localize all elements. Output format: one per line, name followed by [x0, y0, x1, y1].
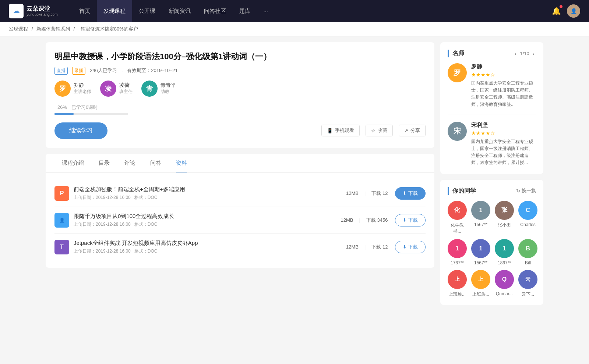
- collect-button[interactable]: ☆ 收藏: [366, 125, 393, 136]
- file-item-0: P 前端全栈加强版！前端全栈+全周期+多端应用 上传日期：2019-12-28 …: [54, 180, 426, 207]
- sidebar-teacher-0-desc: 国内某重点大学安全工程专业硕士，国家一级注册消防工程师、注册安全工程师、高级注册…: [471, 80, 536, 108]
- teacher-1-role: 班主任: [119, 89, 133, 95]
- student-5-avatar[interactable]: 1: [471, 239, 490, 258]
- student-7-avatar[interactable]: B: [518, 239, 537, 258]
- sidebar-teacher-1-stars: ★★★★☆: [471, 130, 536, 136]
- tab-qa[interactable]: 问答: [143, 154, 169, 172]
- student-10-avatar[interactable]: Q: [495, 270, 514, 289]
- course-meta: 直播 录播 246人已学习 · 有效期至：2019–10–21: [54, 67, 426, 75]
- right-column: 名师 ‹ 1/10 › 罗 罗静 ★★★★☆ 国内某重点大学安全工程专业硕士，国…: [440, 42, 543, 311]
- tab-resources[interactable]: 资料: [169, 154, 194, 172]
- teacher-2-name: 青青平: [161, 82, 176, 89]
- teacher-1-avatar: 凌: [100, 81, 116, 97]
- navbar: ☁ 云朵课堂 yunduoketang.com 首页 发现课程 公开课 新闻资讯…: [0, 0, 589, 22]
- file-item-1: 👤 跟随千万级项目从0到100全过程高效成长 上传日期：2019-12-28 1…: [54, 207, 426, 234]
- teacher-0-role: 主讲老师: [74, 89, 91, 95]
- nav-right: 🔔 👤: [552, 4, 580, 18]
- sidebar-teacher-1-avatar: 宋: [448, 122, 467, 141]
- student-9-name: 上班族...: [472, 291, 489, 297]
- students-grid: 化 化学教书... 1 1567** 张 张小田 C Charles 1 1: [448, 201, 536, 297]
- teacher-2: 青 青青平 助教: [141, 81, 176, 97]
- file-item-2: T Jetpack全组件实战 开发短视频应用高仿皮皮虾App 上传日期：2019…: [54, 234, 426, 260]
- sidebar-teachers-card: 名师 ‹ 1/10 › 罗 罗静 ★★★★☆ 国内某重点大学安全工程专业硕士，国…: [440, 42, 543, 174]
- student-5-name: 1567**: [474, 260, 487, 265]
- tab-review[interactable]: 评论: [117, 154, 143, 172]
- student-7-name: Bill: [525, 260, 531, 265]
- student-10-name: Qumar...: [496, 291, 513, 296]
- share-icon: ↗: [404, 128, 408, 133]
- sidebar-teacher-1-name: 宋利坚: [471, 122, 536, 129]
- student-8: 上 上班族...: [448, 270, 467, 297]
- student-1-name: 1567**: [474, 222, 487, 227]
- nav-item-more[interactable]: ···: [257, 0, 275, 22]
- student-0-avatar[interactable]: 化: [448, 201, 467, 220]
- action-buttons: 📱 手机观看 ☆ 收藏 ↗ 分享: [321, 125, 426, 136]
- prev-page-button[interactable]: ‹: [513, 50, 518, 57]
- sidebar-teachers-title: 名师 ‹ 1/10 ›: [448, 50, 536, 57]
- breadcrumb: 发现课程 / 新媒体营销系列 / 销冠修炼术搞定80%的客户: [0, 22, 589, 36]
- share-button[interactable]: ↗ 分享: [399, 125, 426, 136]
- teacher-1: 凌 凌荷 班主任: [100, 81, 133, 97]
- tab-intro[interactable]: 课程介绍: [54, 154, 91, 172]
- breadcrumb-discover[interactable]: 发现课程: [9, 26, 28, 32]
- progress-bar: [54, 113, 128, 115]
- bell-icon[interactable]: 🔔: [552, 7, 561, 15]
- tabs-card: 课程介绍 目录 评论 问答 资料 P 前端全栈加强版！前端全栈+全周期+多端应用…: [46, 154, 434, 268]
- sidebar-teacher-0-name: 罗静: [471, 63, 536, 70]
- left-column: 明星中教授课，小学阶段语法100分–强化级第1讲动词（一） 直播 录播 246人…: [46, 42, 434, 311]
- sidebar-teacher-0-stars: ★★★★☆: [471, 72, 536, 78]
- student-6-avatar[interactable]: 1: [495, 239, 514, 258]
- download-button-2[interactable]: ⬇ 下载: [395, 241, 426, 253]
- student-6: 1 1867**: [495, 239, 514, 265]
- tab-content: P 前端全栈加强版！前端全栈+全周期+多端应用 上传日期：2019-12-28 …: [46, 173, 434, 268]
- refresh-students-button[interactable]: ↻ 换一换: [516, 188, 536, 194]
- badge-record: 录播: [72, 67, 85, 75]
- teacher-0-name: 罗静: [74, 82, 91, 89]
- student-10: Q Qumar...: [495, 270, 514, 297]
- next-page-button[interactable]: ›: [532, 50, 536, 57]
- nav-item-news[interactable]: 新闻资讯: [162, 0, 197, 22]
- user-avatar[interactable]: 👤: [567, 4, 580, 18]
- nav-item-open[interactable]: 公开课: [132, 0, 162, 22]
- file-info-1: 跟随千万级项目从0到100全过程高效成长 上传日期：2019-12-28 16:…: [74, 213, 341, 228]
- file-name-1: 跟随千万级项目从0到100全过程高效成长: [74, 213, 341, 220]
- breadcrumb-series[interactable]: 新媒体营销系列: [36, 26, 70, 32]
- nav-item-qa[interactable]: 问答社区: [197, 0, 233, 22]
- student-8-avatar[interactable]: 上: [448, 270, 467, 289]
- teacher-pagination: ‹ 1/10 ›: [513, 50, 536, 57]
- progress-area: 26% 已学习0课时: [54, 104, 426, 115]
- student-7: B Bill: [518, 239, 537, 265]
- sidebar-teacher-0: 罗 罗静 ★★★★☆ 国内某重点大学安全工程专业硕士，国家一级注册消防工程师、注…: [448, 63, 536, 114]
- nav-item-discover[interactable]: 发现课程: [97, 0, 132, 22]
- nav-item-quiz[interactable]: 题库: [233, 0, 257, 22]
- student-4-avatar[interactable]: 1: [448, 239, 467, 258]
- download-button-1[interactable]: ⬇ 下载: [395, 214, 426, 226]
- star-icon: ☆: [371, 128, 375, 133]
- logo[interactable]: ☁ 云朵课堂 yunduoketang.com: [9, 4, 58, 18]
- file-name-0: 前端全栈加强版！前端全栈+全周期+多端应用: [74, 186, 346, 193]
- student-1: 1 1567**: [471, 201, 490, 235]
- file-icon-2: T: [54, 240, 69, 254]
- teacher-0: 罗 罗静 主讲老师: [54, 81, 91, 97]
- teacher-2-role: 助教: [161, 89, 176, 95]
- student-3-avatar[interactable]: C: [518, 201, 537, 220]
- nav-items: 首页 发现课程 公开课 新闻资讯 问答社区 题库 ···: [73, 0, 552, 22]
- file-meta-0: 上传日期：2019-12-28 16:00 格式：DOC: [74, 195, 346, 201]
- student-11-avatar[interactable]: 云: [518, 270, 537, 289]
- phone-watch-button[interactable]: 📱 手机观看: [321, 125, 360, 136]
- student-0: 化 化学教书...: [448, 201, 467, 235]
- student-9-avatar[interactable]: 上: [471, 270, 490, 289]
- student-9: 上 上班族...: [471, 270, 490, 297]
- teachers-list: 罗 罗静 主讲老师 凌 凌荷 班主任 青 青青平: [54, 81, 426, 97]
- student-1-avatar[interactable]: 1: [471, 201, 490, 220]
- continue-button[interactable]: 继续学习: [54, 122, 107, 139]
- sidebar-teacher-0-avatar: 罗: [448, 63, 467, 82]
- teacher-1-name: 凌荷: [119, 82, 133, 89]
- download-button-0[interactable]: ⬇ 下载: [395, 187, 426, 200]
- file-stats-2: 12MB | 下载 12: [346, 244, 388, 250]
- notification-badge: [560, 5, 562, 8]
- student-2-avatar[interactable]: 张: [495, 201, 514, 220]
- nav-item-home[interactable]: 首页: [73, 0, 97, 22]
- tab-catalog[interactable]: 目录: [91, 154, 117, 172]
- sidebar-students-card: 你的同学 ↻ 换一换 化 化学教书... 1 1567** 张 张小田: [440, 180, 543, 305]
